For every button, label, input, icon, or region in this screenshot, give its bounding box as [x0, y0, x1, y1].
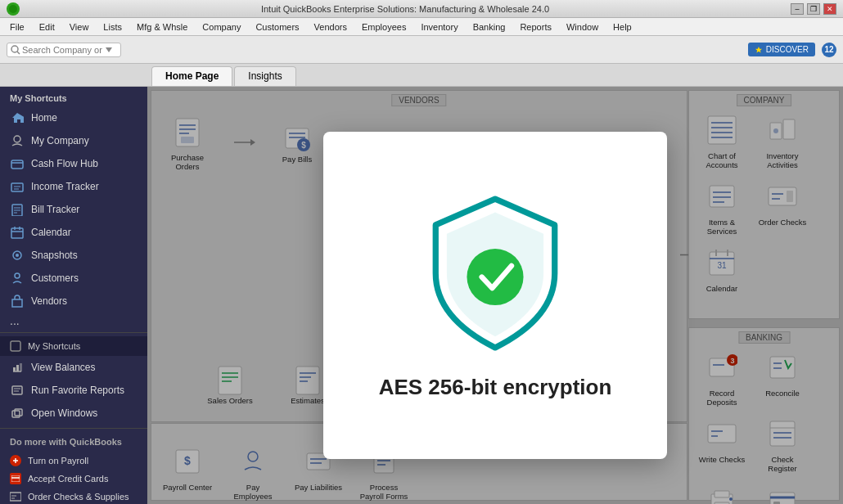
menu-edit[interactable]: Edit	[33, 20, 61, 34]
section-icon	[10, 340, 21, 352]
sidebar-snapshots-label: Snapshots	[31, 250, 78, 261]
menu-company[interactable]: Company	[196, 20, 247, 34]
vendors-icon	[10, 294, 25, 308]
svg-rect-25	[16, 365, 19, 371]
my-shortcuts-section-btn[interactable]: My Shortcuts	[0, 336, 147, 356]
svg-rect-14	[11, 228, 23, 238]
sidebar-item-home[interactable]: Home	[0, 106, 147, 129]
svg-rect-24	[13, 367, 16, 371]
sidebar: My Shortcuts Home My Company Cash Flow H…	[0, 87, 147, 504]
sidebar-item-billtracker[interactable]: Bill Tracker	[0, 198, 147, 221]
sidebar-divider-1	[0, 332, 147, 333]
menu-bar: File Edit View Lists Mfg & Whsle Company…	[0, 18, 843, 36]
svg-point-0	[9, 5, 17, 13]
sidebar-item-vendors[interactable]: Vendors	[0, 290, 147, 313]
svg-marker-3	[755, 47, 762, 53]
dropdown-icon	[106, 47, 112, 52]
sidebar-item-customers[interactable]: Customers	[0, 267, 147, 290]
minimize-button[interactable]: –	[791, 3, 804, 15]
view-balances-label: View Balances	[31, 362, 96, 373]
creditcard-icon	[10, 473, 21, 484]
tab-bar: Home Page Insights	[0, 64, 843, 87]
sidebar-item-openwindows[interactable]: Open Windows	[0, 402, 147, 425]
main-layout: My Shortcuts Home My Company Cash Flow H…	[0, 87, 843, 504]
company-icon	[10, 133, 25, 148]
tracker-icon	[10, 179, 25, 194]
window-controls: – ❐ ✕	[791, 3, 836, 15]
menu-inventory[interactable]: Inventory	[414, 20, 464, 34]
svg-point-113	[467, 249, 523, 305]
menu-banking[interactable]: Banking	[467, 20, 512, 34]
shield-graphic	[413, 191, 577, 355]
menu-view[interactable]: View	[63, 20, 96, 34]
content-area: VENDORS Purchase Orders $ Pay Bills	[147, 87, 843, 504]
sidebar-calendar-label: Calendar	[31, 227, 71, 238]
sidebar-item-incometracker[interactable]: Income Tracker	[0, 175, 147, 198]
svg-point-4	[14, 136, 20, 142]
bill-icon	[10, 202, 25, 217]
open-windows-icon	[10, 406, 25, 421]
version-badge: 12	[822, 43, 836, 57]
search-box[interactable]	[7, 43, 121, 57]
do-more-label: Do more with QuickBooks	[0, 432, 147, 452]
sidebar-more-dots[interactable]: ...	[0, 313, 147, 329]
svg-rect-30	[12, 411, 20, 417]
svg-rect-21	[12, 299, 22, 307]
svg-line-2	[17, 52, 20, 54]
checks-icon	[10, 491, 21, 502]
search-input[interactable]	[22, 45, 104, 55]
svg-rect-5	[11, 160, 23, 169]
encryption-modal: AES 256-bit encryption	[323, 132, 667, 459]
menu-window[interactable]: Window	[560, 20, 605, 34]
svg-rect-26	[20, 363, 22, 371]
sidebar-item-turnonpayroll[interactable]: Turn on Payroll	[0, 452, 147, 470]
svg-rect-27	[12, 386, 22, 394]
menu-reports[interactable]: Reports	[513, 20, 558, 34]
svg-point-20	[15, 273, 20, 278]
sidebar-cashflow-label: Cash Flow Hub	[31, 158, 98, 169]
sidebar-mycompany-label: My Company	[31, 135, 89, 146]
customers-icon	[10, 271, 25, 286]
menu-lists[interactable]: Lists	[97, 20, 128, 34]
svg-rect-34	[11, 475, 20, 482]
order-checks-label: Order Checks & Supplies	[28, 492, 129, 502]
sidebar-item-acceptcreditcards[interactable]: Accept Credit Cards	[0, 470, 147, 488]
menu-vendors[interactable]: Vendors	[308, 20, 354, 34]
sidebar-item-snapshots[interactable]: Snapshots	[0, 244, 147, 267]
sidebar-item-viewbalances[interactable]: View Balances	[0, 356, 147, 379]
run-fav-reports-label: Run Favorite Reports	[31, 385, 124, 396]
tab-homepage[interactable]: Home Page	[151, 66, 232, 86]
sidebar-home-label: Home	[31, 112, 57, 124]
restore-button[interactable]: ❐	[807, 3, 820, 15]
calendar-icon	[10, 225, 25, 240]
discover-label: DISCOVER	[766, 45, 809, 54]
sidebar-item-mycompany[interactable]: My Company	[0, 129, 147, 152]
sidebar-item-cashflowshub[interactable]: Cash Flow Hub	[0, 152, 147, 175]
sidebar-divider-2	[0, 428, 147, 429]
menu-file[interactable]: File	[3, 20, 31, 34]
menu-customers[interactable]: Customers	[249, 20, 305, 34]
modal-overlay: AES 256-bit encryption	[147, 87, 843, 504]
svg-rect-36	[10, 493, 21, 501]
turn-on-payroll-label: Turn on Payroll	[28, 456, 88, 466]
home-icon	[10, 110, 25, 125]
menu-help[interactable]: Help	[606, 20, 638, 34]
view-balances-icon	[10, 360, 25, 375]
sidebar-vendors-label: Vendors	[31, 295, 67, 307]
tab-insights[interactable]: Insights	[234, 66, 295, 86]
sidebar-item-orderchecks[interactable]: Order Checks & Supplies	[0, 488, 147, 504]
my-shortcuts-btn-label: My Shortcuts	[28, 341, 80, 351]
discover-button[interactable]: DISCOVER	[748, 43, 815, 56]
sidebar-customers-label: Customers	[31, 272, 79, 284]
close-button[interactable]: ✕	[823, 3, 836, 15]
run-fav-reports-icon	[10, 383, 25, 398]
accept-credit-cards-label: Accept Credit Cards	[28, 474, 108, 484]
payroll-icon	[10, 455, 21, 466]
svg-point-1	[11, 46, 18, 52]
menu-employees[interactable]: Employees	[355, 20, 412, 34]
snapshots-icon	[10, 248, 25, 263]
sidebar-item-runfavreports[interactable]: Run Favorite Reports	[0, 379, 147, 402]
svg-point-19	[16, 254, 19, 257]
menu-mfg[interactable]: Mfg & Whsle	[130, 20, 194, 34]
sidebar-item-calendar[interactable]: Calendar	[0, 221, 147, 244]
